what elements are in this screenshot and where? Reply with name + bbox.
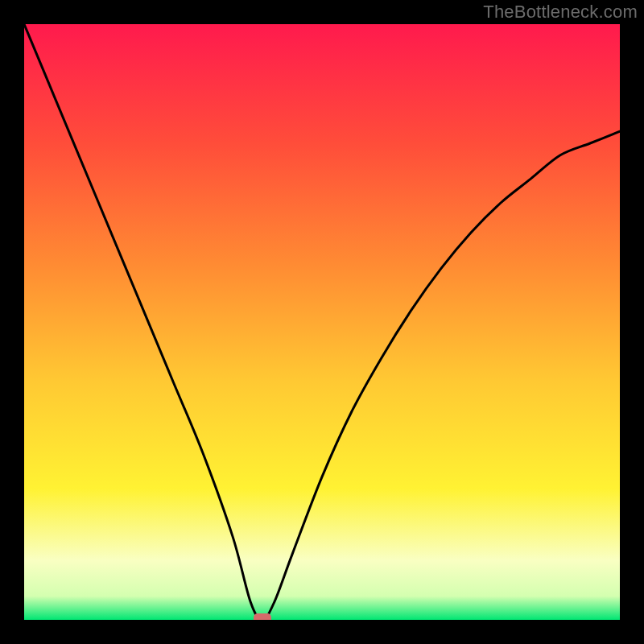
chart-frame: TheBottleneck.com: [0, 0, 644, 644]
min-marker: [254, 613, 271, 620]
chart-svg: [24, 24, 620, 620]
gradient-background: [24, 24, 620, 620]
watermark-text: TheBottleneck.com: [483, 2, 638, 23]
plot-area: [24, 24, 620, 620]
